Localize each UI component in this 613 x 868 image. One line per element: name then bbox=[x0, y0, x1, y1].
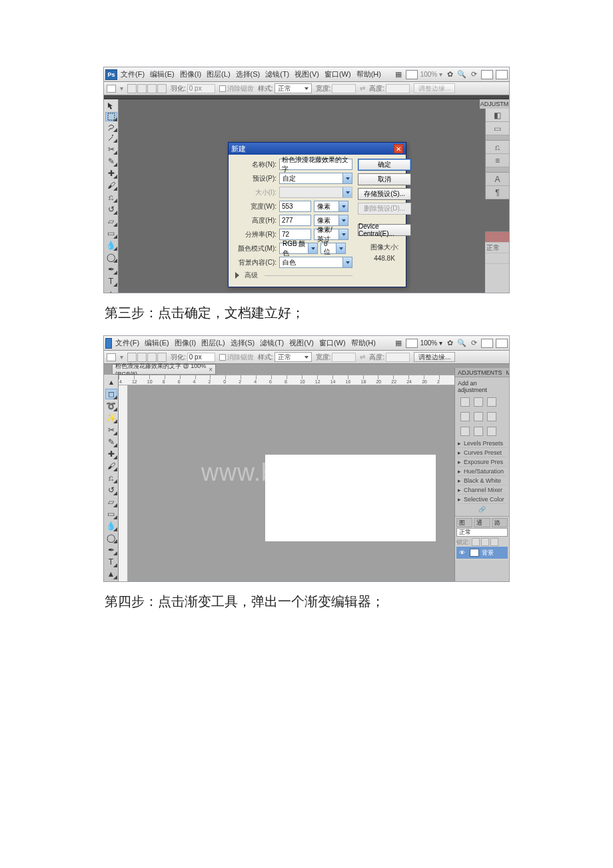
layer-background[interactable]: 👁 背景 bbox=[456, 547, 508, 559]
screenmode2-button[interactable] bbox=[496, 70, 508, 79]
menu-edit-2[interactable]: 编辑(E) bbox=[143, 338, 171, 348]
visibility-icon[interactable]: 👁 bbox=[459, 549, 467, 556]
dock-icon-1[interactable]: ◧ bbox=[486, 109, 509, 122]
wand-tool[interactable] bbox=[106, 134, 117, 142]
preset-bw[interactable]: ▸ Black & White bbox=[458, 476, 506, 485]
preset-select[interactable]: 自定 bbox=[279, 173, 352, 184]
rotate-icon[interactable]: ⟳ bbox=[469, 70, 478, 79]
menu-layer[interactable]: 图层(L) bbox=[205, 69, 232, 79]
pen-tool[interactable]: ✒ bbox=[106, 265, 117, 274]
bridge-icon[interactable]: ▦ bbox=[394, 70, 403, 79]
dock-icon-6[interactable]: ¶ bbox=[486, 186, 509, 199]
menu-edit[interactable]: 编辑(E) bbox=[148, 69, 177, 79]
screenmode2-button-2[interactable] bbox=[496, 339, 508, 348]
feather-input-2[interactable]: 0 px bbox=[187, 353, 215, 362]
dock-icon-5[interactable]: A bbox=[486, 173, 509, 186]
bridge-icon-2[interactable]: ▦ bbox=[394, 339, 403, 348]
refine-edge-button-2[interactable]: 调整边缘... bbox=[414, 352, 455, 362]
path-select-tool-2[interactable]: ▲ bbox=[106, 569, 117, 579]
menu-file[interactable]: 文件(F) bbox=[119, 69, 147, 79]
depth-select[interactable]: 8 位 bbox=[320, 243, 346, 254]
lasso-tool-2[interactable]: ➰ bbox=[106, 401, 117, 411]
dodge-tool[interactable]: ◯ bbox=[106, 253, 117, 262]
dock-icon-2[interactable]: ▭ bbox=[486, 122, 509, 135]
width-unit[interactable]: 像素 bbox=[314, 201, 348, 212]
menu-filter-2[interactable]: 滤镜(T) bbox=[258, 338, 286, 348]
marquee-tool[interactable] bbox=[106, 113, 117, 121]
hand-icon[interactable]: ✿ bbox=[445, 70, 454, 79]
screenmode-button[interactable] bbox=[406, 70, 418, 79]
eraser-tool-2[interactable]: ▱ bbox=[106, 497, 117, 507]
dock-icon-4[interactable]: ≡ bbox=[486, 154, 509, 167]
type-tool[interactable]: T bbox=[106, 277, 117, 286]
stamp-tool-2[interactable]: ⎌ bbox=[106, 473, 117, 483]
name-input[interactable]: 粉色浪漫花藤效果的文字 bbox=[279, 159, 352, 170]
adjustments-tab[interactable]: ADJUSTMENTSM bbox=[455, 368, 509, 377]
arrange-button-2[interactable] bbox=[481, 339, 493, 348]
heal-tool-2[interactable]: ✚ bbox=[106, 449, 117, 459]
tab-layers[interactable]: 图层 bbox=[456, 518, 472, 527]
rotate-icon-2[interactable]: ⟳ bbox=[469, 339, 478, 348]
menu-image[interactable]: 图像(I) bbox=[178, 69, 203, 79]
zoom-level-2[interactable]: 100% ▾ bbox=[420, 339, 442, 347]
preset-channel[interactable]: ▸ Channel Mixer bbox=[458, 485, 506, 495]
zoom-icon[interactable]: 🔍 bbox=[457, 70, 466, 79]
lasso-tool[interactable] bbox=[106, 123, 117, 131]
brush-tool-2[interactable]: 🖌 bbox=[106, 461, 117, 471]
canvas[interactable] bbox=[265, 455, 436, 541]
menu-image-2[interactable]: 图像(I) bbox=[173, 338, 198, 348]
move-tool[interactable] bbox=[106, 102, 117, 110]
adj-icon-row-1[interactable] bbox=[458, 395, 506, 409]
bg-select[interactable]: 白色 bbox=[279, 257, 352, 268]
history-brush-tool[interactable]: ↺ bbox=[106, 205, 117, 214]
res-unit[interactable]: 像素/英寸 bbox=[314, 229, 348, 240]
screenmode-button-2[interactable] bbox=[406, 339, 418, 348]
shape-tool-2[interactable]: ▭ bbox=[106, 581, 117, 582]
menu-filter[interactable]: 滤镜(T) bbox=[263, 69, 291, 79]
save-preset-button[interactable]: 存储预设(S)... bbox=[358, 188, 411, 200]
zoom-icon-2[interactable]: 🔍 bbox=[457, 339, 466, 348]
pen-tool-2[interactable]: ✒ bbox=[106, 545, 117, 555]
menu-select-2[interactable]: 选择(S) bbox=[229, 338, 257, 348]
dodge-tool-2[interactable]: ◯ bbox=[106, 533, 117, 543]
eraser-tool[interactable]: ▱ bbox=[106, 217, 117, 226]
dock-icon-3[interactable]: ⎌ bbox=[486, 141, 509, 154]
ok-button[interactable]: 确定 bbox=[358, 159, 411, 171]
selection-mode-2[interactable] bbox=[127, 353, 167, 362]
preset-selcolor[interactable]: ▸ Selective Color bbox=[458, 495, 506, 504]
type-tool-2[interactable]: T bbox=[106, 557, 117, 567]
preset-levels[interactable]: ▸ Levels Presets bbox=[458, 439, 506, 448]
device-central-button[interactable]: Device Central(E)... bbox=[358, 224, 411, 236]
width-input-dlg[interactable]: 553 bbox=[279, 201, 311, 212]
marquee-tool-2[interactable]: ◻ bbox=[106, 389, 117, 399]
menu-help-2[interactable]: 帮助(H) bbox=[349, 338, 378, 348]
blur-tool[interactable]: 💧 bbox=[106, 241, 117, 250]
arrange-button[interactable] bbox=[481, 70, 493, 79]
brush-tool[interactable]: 🖌 bbox=[106, 181, 117, 190]
adj-link-icon[interactable]: 🔗 bbox=[458, 504, 506, 515]
menu-file-2[interactable]: 文件(F) bbox=[113, 338, 141, 348]
close-icon[interactable]: ✕ bbox=[394, 144, 403, 153]
menu-window[interactable]: 窗口(W) bbox=[322, 69, 353, 79]
menu-help[interactable]: 帮助(H) bbox=[354, 69, 383, 79]
document-tab[interactable]: 粉色浪漫花藤效果的文字 @ 100%(RGB/8) × bbox=[112, 364, 216, 375]
lock-pixels-icon[interactable] bbox=[472, 538, 480, 546]
gradient-tool[interactable]: ▭ bbox=[106, 229, 117, 238]
blend-mode-select[interactable]: 正常 bbox=[456, 528, 508, 537]
height-input-dlg[interactable]: 277 bbox=[279, 215, 311, 226]
adj-icon-row-3[interactable] bbox=[458, 424, 506, 439]
wand-tool-2[interactable]: ✨ bbox=[106, 413, 117, 423]
menu-view-2[interactable]: 视图(V) bbox=[287, 338, 316, 348]
adj-icon-row-2[interactable] bbox=[458, 409, 506, 424]
crop-tool[interactable]: ✂ bbox=[106, 145, 117, 154]
close-tab-icon[interactable]: × bbox=[209, 366, 213, 373]
eyedropper-tool[interactable]: ✎ bbox=[106, 157, 117, 166]
stamp-tool[interactable]: ⎌ bbox=[106, 193, 117, 202]
menu-window-2[interactable]: 窗口(W) bbox=[317, 338, 348, 348]
preset-curves[interactable]: ▸ Curves Preset bbox=[458, 448, 506, 457]
tab-channels[interactable]: 通道 bbox=[474, 518, 490, 527]
eyedropper-tool-2[interactable]: ✎ bbox=[106, 437, 117, 447]
mode-select[interactable]: RGB 颜色 bbox=[279, 243, 318, 254]
layers-tabs[interactable]: 图层 通道 路径 bbox=[456, 518, 508, 527]
preset-exposure[interactable]: ▸ Exposure Pres bbox=[458, 457, 506, 467]
